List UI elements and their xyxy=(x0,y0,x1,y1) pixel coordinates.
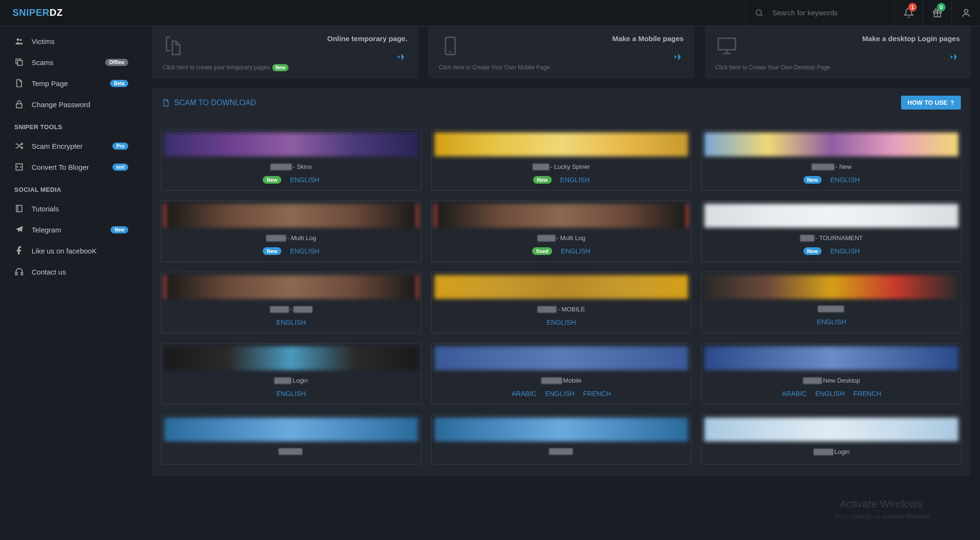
top-card-desktop[interactable]: Make a desktop Login pages Click here to… xyxy=(705,26,970,78)
language-link[interactable]: ENGLISH xyxy=(830,247,859,255)
card-preview xyxy=(164,204,418,228)
svg-rect-10 xyxy=(16,205,22,211)
card-languages: NewENGLISH xyxy=(434,176,689,184)
search-input[interactable] xyxy=(772,9,885,17)
sidebar-item-scams[interactable]: Scams Offline xyxy=(0,52,143,73)
nav-label: Scams xyxy=(32,58,105,66)
card-preview xyxy=(434,204,689,228)
svg-point-7 xyxy=(20,39,22,41)
language-link[interactable]: ENGLISH xyxy=(545,390,574,397)
sidebar-item-change-password[interactable]: Change Password xyxy=(0,94,143,115)
users-icon xyxy=(14,36,24,46)
language-link[interactable]: ENGLISH xyxy=(546,319,576,326)
language-link[interactable]: ENGLISH xyxy=(817,318,846,326)
language-link[interactable]: ENGLISH xyxy=(560,176,590,184)
scam-card[interactable]: ENGLISH xyxy=(701,272,962,333)
new-badge: New xyxy=(272,64,289,71)
nav-label: Like us on facebooK xyxy=(32,247,128,255)
sidebar-item-tutorials[interactable]: Tutorials xyxy=(0,198,143,219)
language-link[interactable]: ENGLISH xyxy=(277,319,306,326)
top-card-title: Make a Mobile pages xyxy=(462,34,683,43)
card-preview xyxy=(434,418,689,441)
card-title xyxy=(704,306,958,312)
nav-label: Convert To Bloger xyxy=(32,163,112,171)
brand-part2: DZ xyxy=(49,7,63,18)
scam-card[interactable]: - NewNewENGLISH xyxy=(701,129,962,191)
search-container[interactable] xyxy=(746,0,894,25)
svg-rect-16 xyxy=(718,38,735,50)
scam-card[interactable]: - SkinsNewENGLISH xyxy=(161,129,422,191)
scam-card[interactable]: - ENGLISH xyxy=(161,272,422,333)
beta-pill: Beta xyxy=(110,80,128,87)
card-preview xyxy=(434,275,689,299)
card-tag: New xyxy=(533,176,552,184)
top-card-title: Online temporary page. xyxy=(186,34,407,43)
brand-logo[interactable]: SNIPERDZ xyxy=(12,7,63,18)
svg-point-5 xyxy=(964,9,968,12)
offline-pill: Offline xyxy=(105,59,128,66)
how-to-use-button[interactable]: HOW TO USE ? xyxy=(901,96,961,110)
sidebar-item-scam-encrypter[interactable]: Scam Encrypter Pro xyxy=(0,135,143,156)
language-link[interactable]: ENGLISH xyxy=(561,247,590,255)
scam-card[interactable]: - Multi LogfixedENGLISH xyxy=(431,200,692,262)
card-title: - MOBILE xyxy=(434,306,689,313)
code-icon xyxy=(14,162,24,172)
scam-card[interactable] xyxy=(431,414,692,464)
card-title: Login xyxy=(704,448,958,455)
top-card-mobile[interactable]: Make a Mobile pages Click here to Create… xyxy=(428,26,694,78)
card-title xyxy=(434,448,689,455)
card-languages: ENGLISH xyxy=(434,319,689,326)
language-link[interactable]: ENGLISH xyxy=(290,176,319,184)
lock-icon xyxy=(14,99,24,109)
download-icon xyxy=(162,99,170,107)
language-link[interactable]: FRENCH xyxy=(853,390,881,397)
language-link[interactable]: FRENCH xyxy=(583,390,611,397)
section-title-text: SCAM TO DOWNLOAD xyxy=(174,99,256,107)
gift-badge: 0 xyxy=(937,3,946,11)
notification-badge: 1 xyxy=(908,3,917,11)
card-preview xyxy=(434,346,689,370)
scam-card[interactable]: - TOURNAMENTNewENGLISH xyxy=(701,200,962,262)
sidebar-item-convert-bloger[interactable]: Convert To Bloger xml xyxy=(0,156,143,177)
scam-card[interactable]: MobileARABICENGLISHFRENCH xyxy=(431,343,692,405)
language-link[interactable]: ARABIC xyxy=(512,390,536,397)
sidebar-item-victims[interactable]: Victims xyxy=(0,31,143,52)
language-link[interactable]: ENGLISH xyxy=(277,390,306,397)
language-link[interactable]: ARABIC xyxy=(782,390,807,397)
card-preview xyxy=(164,132,418,156)
scam-card[interactable]: LoginENGLISH xyxy=(161,343,422,405)
sidebar-item-contact[interactable]: Contact us xyxy=(0,261,143,282)
facebook-icon xyxy=(14,246,24,255)
scam-card[interactable] xyxy=(161,414,422,464)
desktop-icon xyxy=(715,34,738,57)
search-icon xyxy=(755,8,764,18)
card-title: - xyxy=(164,306,418,313)
scam-card[interactable]: - Lucky SpinerNewENGLISH xyxy=(431,129,692,191)
card-tag: New xyxy=(263,247,281,255)
card-languages: ENGLISH xyxy=(164,390,418,397)
sidebar-item-facebook[interactable]: Like us on facebooK xyxy=(0,240,143,261)
nav-label: Contact us xyxy=(32,268,128,276)
documents-icon xyxy=(163,34,186,57)
scam-card[interactable]: - MOBILEENGLISH xyxy=(431,272,692,333)
sidebar-item-telegram[interactable]: Telegram New xyxy=(0,219,143,240)
card-preview xyxy=(704,132,958,156)
language-link[interactable]: ENGLISH xyxy=(830,176,859,184)
section-header: SCAM TO DOWNLOAD xyxy=(162,99,256,107)
gift-button[interactable]: 0 xyxy=(923,0,951,25)
scam-card[interactable]: Login xyxy=(701,414,962,464)
scam-card[interactable]: - Multi LogNewENGLISH xyxy=(161,200,422,262)
card-languages: ENGLISH xyxy=(164,319,418,326)
profile-button[interactable] xyxy=(951,0,980,25)
language-link[interactable]: ENGLISH xyxy=(290,247,319,255)
language-link[interactable]: ENGLISH xyxy=(815,390,845,397)
sidebar-item-temp-page[interactable]: Temp Page Beta xyxy=(0,73,143,94)
main-content: Online temporary page. Click here to cre… xyxy=(143,26,980,540)
scam-card[interactable]: New DesktopARABICENGLISHFRENCH xyxy=(701,343,962,405)
section-title-social: SOCIAL MEDIA xyxy=(0,177,143,198)
enter-icon xyxy=(673,52,684,62)
document-icon xyxy=(14,78,24,88)
notifications-button[interactable]: 1 xyxy=(894,0,923,25)
svg-rect-9 xyxy=(16,104,22,108)
top-card-temp-page[interactable]: Online temporary page. Click here to cre… xyxy=(152,26,418,78)
